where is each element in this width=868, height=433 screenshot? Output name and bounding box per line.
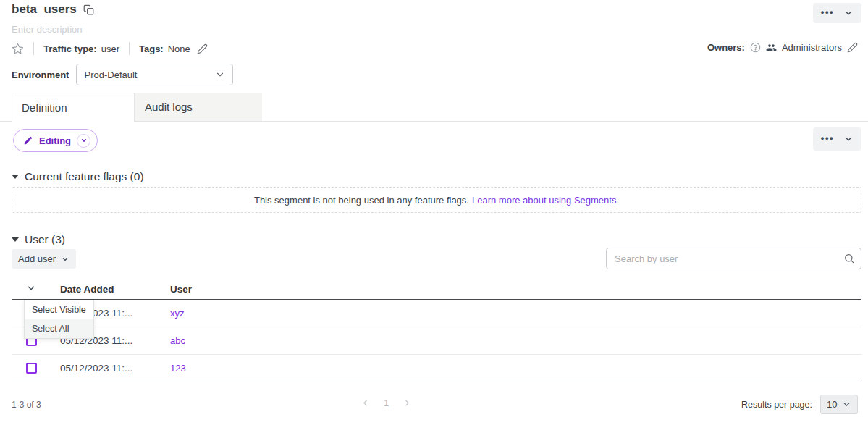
feature-flags-empty-state: This segment is not being used in any fe… [12, 187, 861, 213]
owners-value: Administrators [782, 42, 842, 53]
copy-icon[interactable] [83, 4, 94, 15]
page-number[interactable]: 1 [384, 398, 389, 408]
add-user-button[interactable]: Add user [12, 249, 76, 269]
column-header-user: User [170, 284, 192, 295]
search-icon[interactable] [843, 253, 855, 264]
segment-detail-page: beta_users ••• Enter description Traffic… [0, 0, 868, 433]
chevron-down-icon [843, 134, 854, 144]
table-row: 05/12/2023 11:... abc [12, 327, 861, 355]
chevron-down-icon [843, 8, 854, 18]
definition-actions-menu-button[interactable]: ••• [813, 127, 861, 151]
chevron-down-icon [842, 400, 851, 409]
environment-selected-value: Prod-Default [84, 70, 137, 80]
results-per-page: Results per page: 10 [741, 395, 858, 414]
table-row: 05/12/2023 11:... xyz [12, 300, 861, 327]
editing-button[interactable]: Editing [13, 129, 98, 152]
search-input[interactable] [606, 248, 861, 269]
segment-actions-menu-button[interactable]: ••• [813, 3, 861, 23]
chevron-down-icon [215, 70, 225, 80]
divider [33, 42, 34, 55]
tags-label: Tags: [139, 43, 164, 54]
previous-page-icon[interactable] [361, 398, 370, 408]
chevron-down-icon [61, 255, 69, 264]
table-row: 05/12/2023 11:... 123 [12, 355, 861, 382]
tags-value: None [168, 43, 190, 54]
results-range-text: 1-3 of 3 [12, 400, 41, 410]
menu-item-select-all[interactable]: Select All [25, 319, 93, 338]
traffic-type-value: user [101, 43, 119, 54]
user-link[interactable]: abc [170, 335, 185, 346]
pagination: 1 [361, 398, 412, 408]
environment-label: Environment [12, 70, 69, 80]
user-section-title: User (3) [25, 233, 65, 246]
edit-owners-icon[interactable] [847, 42, 858, 53]
user-section-header[interactable]: User (3) [12, 233, 65, 246]
search-container [606, 248, 861, 269]
segment-name: beta_users [12, 2, 77, 17]
pencil-icon [23, 135, 33, 146]
chevron-down-icon [26, 283, 36, 293]
column-header-date: Date Added [60, 284, 170, 295]
users-table: Date Added User 05/12/2023 11:... xyz 05… [12, 279, 861, 382]
select-all-dropdown[interactable] [12, 283, 60, 295]
table-header-row: Date Added User [12, 279, 861, 300]
cell-date: 05/12/2023 11:... [60, 363, 170, 374]
row-checkbox[interactable] [26, 363, 37, 374]
collapse-triangle-icon [12, 175, 19, 179]
empty-state-text: This segment is not being used in any fe… [254, 195, 469, 206]
results-per-page-select[interactable]: 10 [820, 395, 858, 414]
help-icon[interactable] [750, 42, 761, 53]
collapse-triangle-icon [12, 237, 19, 242]
chevron-down-icon [77, 134, 90, 148]
ellipsis-icon: ••• [821, 7, 834, 20]
environment-select[interactable]: Prod-Default [76, 64, 233, 85]
menu-item-select-visible[interactable]: Select Visible [25, 300, 93, 319]
tab-audit-logs[interactable]: Audit logs [135, 93, 262, 121]
environment-row: Environment Prod-Default [12, 64, 233, 85]
page-title: beta_users [12, 2, 94, 17]
next-page-icon[interactable] [403, 398, 412, 408]
results-per-page-value: 10 [827, 399, 837, 410]
section-divider [0, 159, 868, 159]
user-link[interactable]: 123 [170, 363, 186, 374]
feature-flags-section-header[interactable]: Current feature flags (0) [12, 170, 144, 183]
group-icon [766, 42, 777, 53]
edit-tags-icon[interactable] [197, 43, 208, 54]
learn-more-link[interactable]: Learn more about using Segments. [472, 195, 619, 206]
feature-flags-section-title: Current feature flags (0) [25, 170, 144, 183]
ellipsis-icon: ••• [821, 133, 834, 146]
user-link[interactable]: xyz [170, 308, 185, 319]
owners-row: Owners: Administrators [707, 42, 858, 53]
editing-label: Editing [39, 135, 71, 146]
add-user-label: Add user [18, 253, 56, 264]
description-field[interactable]: Enter description [12, 24, 83, 35]
owners-label: Owners: [707, 42, 745, 53]
star-icon[interactable] [12, 43, 24, 55]
divider [129, 42, 130, 55]
segment-meta-row: Traffic type: user Tags: None [12, 42, 208, 55]
results-per-page-label: Results per page: [741, 400, 812, 410]
tab-definition[interactable]: Definition [12, 93, 135, 122]
select-dropdown-menu: Select Visible Select All [24, 300, 94, 339]
traffic-type-label: Traffic type: [43, 43, 97, 54]
